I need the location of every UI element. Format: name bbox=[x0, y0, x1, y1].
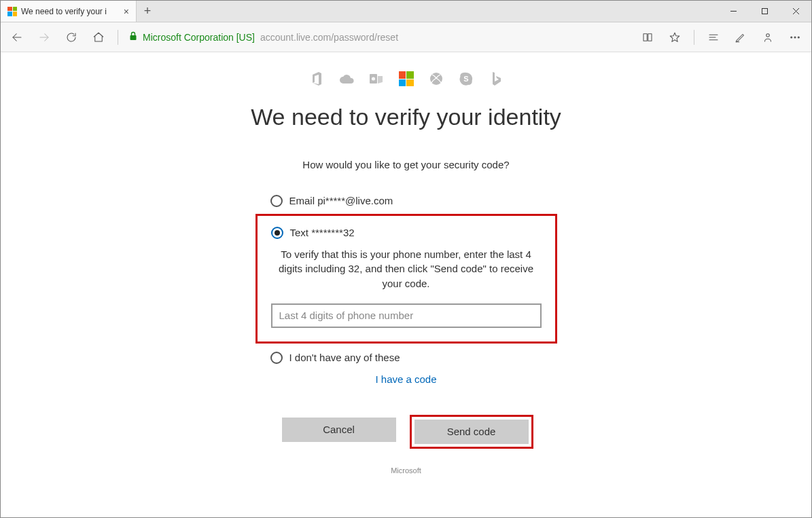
lock-icon bbox=[129, 31, 137, 43]
option-text[interactable]: Text ********32 bbox=[271, 227, 542, 239]
svg-marker-7 bbox=[670, 33, 679, 41]
page-heading: We need to verify your identity bbox=[243, 103, 569, 132]
favorites-button[interactable] bbox=[664, 26, 686, 48]
service-icon-row: S bbox=[1, 71, 811, 86]
radio-icon bbox=[270, 352, 283, 364]
more-button[interactable] bbox=[784, 26, 806, 48]
certificate-label: Microsoft Corporation [US] bbox=[143, 32, 255, 43]
window-minimize-button[interactable] bbox=[718, 1, 749, 22]
page-content: S We need to verify your identity How wo… bbox=[1, 52, 811, 517]
window-maximize-button[interactable] bbox=[749, 1, 780, 22]
svg-rect-6 bbox=[130, 35, 137, 40]
svg-point-12 bbox=[766, 33, 770, 37]
new-tab-button[interactable]: + bbox=[137, 1, 158, 22]
window-close-button[interactable] bbox=[780, 1, 811, 22]
svg-rect-1 bbox=[762, 9, 767, 14]
microsoft-favicon-icon bbox=[7, 7, 17, 16]
radio-icon-selected bbox=[271, 227, 283, 239]
microsoft-logo-icon bbox=[399, 71, 414, 86]
outlook-icon bbox=[369, 71, 384, 86]
option-email-label: Email pi*****@live.com bbox=[289, 195, 393, 206]
webnote-button[interactable] bbox=[730, 26, 752, 48]
tab-title: We need to verify your i bbox=[21, 7, 121, 16]
onedrive-icon bbox=[339, 71, 354, 86]
skype-icon: S bbox=[459, 71, 474, 86]
button-row: Cancel Send code bbox=[1, 415, 811, 449]
nav-refresh-button[interactable] bbox=[60, 26, 82, 48]
toolbar-separator-2 bbox=[694, 30, 694, 45]
window-controls bbox=[718, 1, 811, 22]
radio-icon bbox=[270, 195, 283, 207]
footer-brand: Microsoft bbox=[1, 466, 811, 475]
send-code-highlight: Send code bbox=[410, 415, 533, 449]
hub-button[interactable] bbox=[703, 26, 724, 48]
phone-last4-input[interactable] bbox=[271, 303, 542, 328]
svg-point-13 bbox=[791, 36, 792, 37]
page-subheading: How would you like to get your security … bbox=[1, 159, 811, 170]
svg-text:S: S bbox=[463, 75, 468, 83]
tab-close-icon[interactable]: × bbox=[124, 6, 129, 17]
verification-options: Email pi*****@live.com Text ********32 T… bbox=[270, 195, 542, 385]
have-code-link[interactable]: I have a code bbox=[375, 373, 436, 385]
reading-view-button[interactable] bbox=[637, 26, 658, 48]
option-none[interactable]: I don't have any of these bbox=[270, 352, 542, 364]
send-code-button[interactable]: Send code bbox=[414, 420, 529, 444]
nav-back-button[interactable] bbox=[6, 26, 28, 48]
svg-point-15 bbox=[798, 36, 799, 37]
nav-forward-button[interactable] bbox=[33, 26, 55, 48]
text-option-highlight: Text ********32 To verify that this is y… bbox=[255, 214, 557, 344]
xbox-icon bbox=[429, 71, 444, 86]
option-email[interactable]: Email pi*****@live.com bbox=[270, 195, 542, 207]
cancel-button[interactable]: Cancel bbox=[282, 418, 396, 442]
svg-point-14 bbox=[794, 36, 796, 37]
toolbar-separator bbox=[118, 30, 118, 45]
browser-tab[interactable]: We need to verify your i × bbox=[1, 1, 137, 22]
window-titlebar: We need to verify your i × + bbox=[1, 1, 811, 22]
nav-home-button[interactable] bbox=[88, 26, 109, 48]
option-text-label: Text ********32 bbox=[290, 227, 355, 238]
browser-toolbar: Microsoft Corporation [US] account.live.… bbox=[1, 22, 811, 52]
verify-instruction: To verify that this is your phone number… bbox=[271, 247, 542, 291]
option-none-label: I don't have any of these bbox=[289, 352, 400, 363]
share-button[interactable] bbox=[757, 26, 779, 48]
address-bar[interactable]: Microsoft Corporation [US] account.live.… bbox=[126, 31, 631, 43]
svg-point-17 bbox=[371, 77, 374, 80]
bing-icon bbox=[489, 71, 504, 86]
office-icon bbox=[309, 71, 324, 86]
url-display: account.live.com/password/reset bbox=[260, 32, 398, 43]
